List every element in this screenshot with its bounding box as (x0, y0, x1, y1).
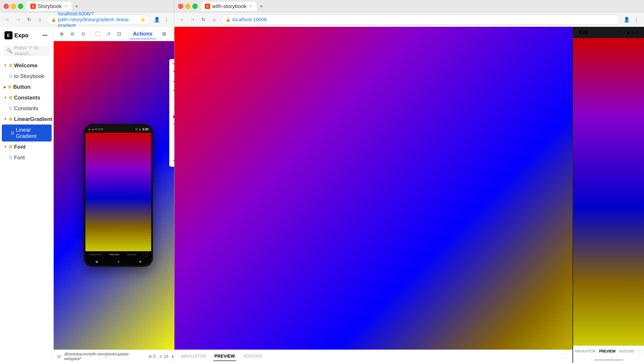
close-button[interactable]: ✕ (170, 29, 174, 38)
right-forward-button[interactable]: → (189, 16, 197, 24)
android-navigator-tab[interactable]: NAVIGATOR (89, 254, 102, 256)
new-tab-button[interactable]: + (72, 2, 80, 10)
maximize-traffic-light[interactable] (18, 3, 23, 9)
right-browser-window: S with-storybook × + ← → ↻ ⌂ 🔒 localhost… (174, 0, 644, 363)
nav-item-linear-gradient[interactable]: ⊡ Linear Gradient (2, 124, 52, 141)
right-home-button[interactable]: ⌂ (210, 16, 218, 24)
right-address-bar[interactable]: 🔒 localhost:19006 (221, 15, 620, 24)
android-screen (86, 133, 151, 251)
address-bar[interactable]: 🔒 localhost:6006/?path=/story/lineargrad… (46, 15, 150, 24)
right-extensions-icon[interactable]: ⋮ (632, 16, 640, 24)
ios-home-bar (594, 360, 623, 361)
android-back-btn[interactable]: ◀ (95, 260, 98, 263)
close-traffic-light[interactable] (4, 3, 9, 9)
android-preview-tab[interactable]: PREVIEW (109, 254, 120, 256)
right-maximize-traffic-light[interactable] (192, 3, 198, 9)
ios-status-icons: ▶ ⊡ ⊡ (628, 30, 639, 35)
power-button[interactable]: ⏻ (171, 67, 174, 75)
copy-link-button[interactable]: ⊡ (115, 29, 124, 38)
sidebar-menu-button[interactable]: ••• (41, 31, 49, 39)
search-bar[interactable]: 🔍 Press "/" to search... (4, 46, 50, 56)
actions-tab[interactable]: Actions (129, 29, 156, 39)
right-minimize-traffic-light[interactable] (185, 3, 190, 9)
nav-item-constants-story[interactable]: ⊡ Constants (0, 103, 54, 114)
android-addons-tab[interactable]: ADDONS (127, 254, 136, 256)
font-group-icon: ⊞ (9, 144, 12, 149)
button-caret: ▶ (4, 85, 6, 89)
constants-caret: ▼ (4, 96, 7, 100)
welcome-label: Welcome (14, 62, 38, 69)
zoom-out-button[interactable]: ⊖ (68, 29, 77, 38)
nav-item-lineargradient-group[interactable]: ▼ ⊞ LinearGradient (0, 114, 54, 124)
home-button[interactable]: ⌂ (36, 16, 44, 24)
back-button[interactable]: ← (4, 16, 12, 24)
right-tab-bar: S with-storybook × + (201, 2, 640, 11)
storybook-tab[interactable]: S Storybook × (27, 2, 72, 11)
right-tab-close-button[interactable]: × (248, 4, 253, 8)
linear-gradient-icon: ⊡ (11, 131, 14, 135)
ios-checkbox[interactable] (638, 349, 642, 354)
ios-navigator-tab[interactable]: NAVIGATOR (575, 349, 596, 354)
nav-item-constants-group[interactable]: ▼ ⊞ Constants (0, 92, 54, 103)
android-home-btn[interactable]: ● (118, 260, 120, 263)
forward-button[interactable]: → (14, 16, 22, 24)
user-avatar[interactable]: 👤 (153, 16, 161, 24)
volume-up-button[interactable]: 🔊 (171, 76, 174, 84)
magnify-button[interactable]: 🔍 (171, 120, 174, 129)
ios-addons-tab[interactable]: ADDONS (619, 349, 634, 354)
constants-story-label: Constants (14, 105, 38, 111)
eraser-button[interactable]: ⬡ (171, 103, 174, 111)
popup-back-button[interactable]: ◁ (171, 129, 174, 138)
nav-item-font-group[interactable]: ▼ ⊞ Font (0, 141, 54, 152)
right-back-button[interactable]: ← (178, 16, 186, 24)
tab-close-button[interactable]: × (64, 4, 68, 8)
refresh-button[interactable]: ↻ (25, 16, 33, 24)
minimize-traffic-light[interactable] (11, 3, 16, 9)
popup-home-button[interactable]: ○ (171, 138, 174, 147)
right-close-traffic-light[interactable] (178, 3, 183, 9)
reset-zoom-button[interactable]: ⊙ (79, 29, 88, 38)
extensions-icon[interactable]: ⋮ (162, 16, 170, 24)
errors-status: ⊘ 0 (148, 354, 156, 359)
zoom-in-button[interactable]: ⊕ (57, 29, 66, 38)
right-navigator-tab[interactable]: NAVIGATOR (180, 352, 207, 361)
font-story-label: Font (14, 154, 25, 161)
nav-item-font-story[interactable]: ⊡ Font (0, 152, 54, 163)
right-refresh-button[interactable]: ↻ (200, 16, 208, 24)
right-preview-tab[interactable]: PREVIEW (213, 352, 236, 361)
right-toolbar-icons: 👤 ⋮ (622, 16, 640, 24)
error-count: 0 (153, 354, 156, 359)
nav-item-button[interactable]: ▶ ⊞ Button (0, 82, 54, 92)
popup-more-button[interactable]: ••• (171, 156, 174, 165)
right-new-tab-button[interactable]: + (258, 2, 266, 10)
right-user-avatar[interactable]: 👤 (622, 16, 630, 24)
popup-square-button[interactable]: □ (171, 147, 174, 156)
camera-button[interactable]: 📷 (171, 111, 174, 120)
left-browser-window: S Storybook × + ← → ↻ ⌂ 🔒 localhost:6006… (0, 0, 174, 363)
nav-item-welcome[interactable]: ▼ ⊞ Welcome (0, 60, 54, 71)
volume-down-button[interactable]: 🔉 (171, 85, 174, 93)
right-bottom-nav-bar: NAVIGATOR PREVIEW ADDONS (174, 350, 572, 363)
open-new-tab-button[interactable]: ↗ (104, 29, 113, 38)
expo-label: Expo (14, 32, 28, 39)
right-addons-tab[interactable]: ADDONS (242, 352, 263, 361)
nav-item-to-storybook[interactable]: ⊡ to Storybook (0, 71, 54, 82)
with-storybook-tab[interactable]: S with-storybook × (201, 2, 256, 11)
ios-time: 3:20 (578, 29, 588, 35)
expo-logo: E Expo (4, 31, 28, 39)
constants-story-icon: ⊡ (9, 106, 12, 111)
grid-button[interactable]: ⊞ (160, 29, 168, 38)
android-bottom-tabs: NAVIGATOR PREVIEW ADDONS (86, 251, 151, 258)
right-address-text: localhost:19006 (232, 17, 615, 22)
address-text: localhost:6006/?path=/story/lineargradie… (58, 11, 139, 28)
android-recents-btn[interactable]: ■ (139, 260, 141, 263)
fullscreen-button[interactable]: ⛶ (93, 29, 102, 38)
tab-favicon: S (30, 3, 36, 9)
welcome-group-icon: ⊞ (9, 63, 12, 68)
ios-preview-tab[interactable]: PREVIEW (599, 349, 616, 354)
right-checkbox[interactable] (562, 354, 567, 359)
popup-close-icon[interactable]: ✕ (171, 61, 174, 66)
android-checkbox[interactable] (144, 253, 147, 256)
rotate-button[interactable]: ⟳ (171, 94, 174, 102)
ios-signal-icon: ▶ (628, 30, 630, 35)
